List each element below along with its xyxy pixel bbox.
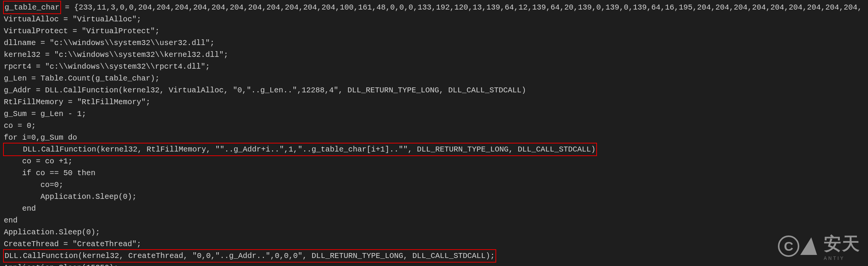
code-line-14: co = co +1; [4,155,864,167]
code-line-21: CreateThread = "CreateThread"; [4,238,864,250]
highlight-rtlfillmemory-call: DLL.CallFunction(kernel32, RtlFillMemory… [3,143,597,156]
code-line-1: g_table_char = {233,11,3,0,0,204,204,204… [4,2,864,13]
highlight-var-g_table_char: g_table_char [3,1,61,14]
code-line-3: VirtualProtect = "VirtualProtect"; [4,25,864,37]
code-line-5: kernel32 = "c:\\windows\\system32\\kerne… [4,49,864,61]
code-line-10: g_Sum = g_Len - 1; [4,108,864,120]
highlight-createthread-call: DLL.CallFunction(kernel32, CreateThread,… [3,249,496,263]
code-line-8: g_Addr = DLL.CallFunction(kernel32, Virt… [4,84,864,96]
code-editor: g_table_char = {233,11,3,0,0,204,204,204… [4,2,864,266]
code-line-9: RtlFillMemory = "RtlFillMemory"; [4,96,864,108]
code-line-11: co = 0; [4,120,864,132]
code-line-6: rpcrt4 = "c:\\windows\\system32\\rpcrt4.… [4,61,864,73]
watermark: C 安天 ANTIY [778,230,860,262]
code-line-17: Application.Sleep(0); [4,191,864,203]
code-line-2: VirtualAlloc = "VirtualAlloc"; [4,13,864,25]
code-line-22: DLL.CallFunction(kernel32, CreateThread,… [4,250,864,262]
code-line-19: end [4,214,864,226]
code-line-7: g_Len = Table.Count(g_table_char); [4,73,864,84]
watermark-text-block: 安天 ANTIY [824,230,860,262]
code-line-4: dllname = "c:\\windows\\system32\\user32… [4,37,864,49]
code-line-13: DLL.CallFunction(kernel32, RtlFillMemory… [4,143,864,155]
code-line-20: Application.Sleep(0); [4,226,864,238]
code-line-16: co=0; [4,179,864,191]
watermark-brand: 安天 [824,230,860,257]
code-line-12: for i=0,g_Sum do [4,132,864,143]
watermark-sub: ANTIY [824,255,845,262]
code-line-15: if co == 50 then [4,167,864,179]
wing-icon [800,237,823,255]
code-line-18: end [4,203,864,214]
copyright-icon: C [778,235,799,257]
code-text: = {233,11,3,0,0,204,204,204,204,204,204,… [60,3,862,12]
